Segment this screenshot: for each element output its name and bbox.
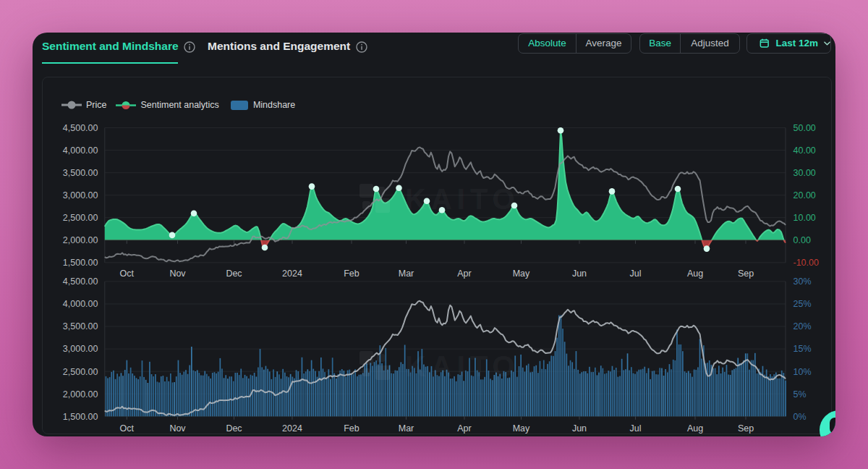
svg-text:10%: 10% bbox=[793, 367, 812, 377]
svg-text:Mar: Mar bbox=[399, 269, 414, 279]
svg-text:3,000.00: 3,000.00 bbox=[63, 344, 98, 354]
svg-text:10.00: 10.00 bbox=[793, 213, 816, 223]
svg-text:May: May bbox=[513, 269, 530, 279]
svg-text:Apr: Apr bbox=[457, 269, 471, 279]
svg-text:2,500.00: 2,500.00 bbox=[63, 367, 98, 377]
svg-text:4,000.00: 4,000.00 bbox=[63, 145, 98, 156]
svg-text:Dec: Dec bbox=[226, 423, 242, 434]
svg-text:Sep: Sep bbox=[738, 423, 754, 434]
svg-text:4,000.00: 4,000.00 bbox=[63, 299, 98, 309]
svg-text:2024: 2024 bbox=[282, 423, 302, 434]
svg-text:Apr: Apr bbox=[457, 423, 471, 434]
svg-text:May: May bbox=[513, 423, 530, 434]
svg-text:2024: 2024 bbox=[282, 269, 302, 279]
svg-text:30.00: 30.00 bbox=[793, 168, 816, 178]
svg-text:0.00: 0.00 bbox=[793, 235, 811, 245]
svg-text:Aug: Aug bbox=[687, 423, 703, 434]
svg-text:20.00: 20.00 bbox=[793, 190, 816, 200]
svg-text:1,500.00: 1,500.00 bbox=[63, 258, 98, 268]
svg-text:40.00: 40.00 bbox=[793, 145, 816, 156]
svg-text:20%: 20% bbox=[793, 321, 812, 331]
svg-text:2,000.00: 2,000.00 bbox=[63, 389, 98, 400]
svg-text:Jun: Jun bbox=[572, 269, 587, 279]
svg-text:Nov: Nov bbox=[169, 269, 186, 279]
svg-text:-10.00: -10.00 bbox=[793, 258, 819, 268]
svg-text:Dec: Dec bbox=[226, 269, 242, 279]
svg-text:KAITO: KAITO bbox=[405, 183, 520, 215]
svg-text:Jun: Jun bbox=[572, 423, 587, 434]
svg-text:2,000.00: 2,000.00 bbox=[63, 235, 98, 245]
svg-text:Nov: Nov bbox=[169, 423, 186, 434]
svg-text:3,000.00: 3,000.00 bbox=[63, 190, 98, 200]
svg-text:Feb: Feb bbox=[344, 269, 359, 279]
svg-text:2,500.00: 2,500.00 bbox=[63, 213, 98, 223]
svg-text:30%: 30% bbox=[793, 276, 812, 287]
svg-text:Sep: Sep bbox=[738, 269, 754, 279]
svg-text:3,500.00: 3,500.00 bbox=[63, 321, 98, 331]
svg-text:Mar: Mar bbox=[399, 423, 414, 434]
svg-text:0%: 0% bbox=[793, 412, 807, 422]
svg-text:Feb: Feb bbox=[344, 423, 359, 434]
svg-text:1,500.00: 1,500.00 bbox=[63, 412, 98, 422]
svg-text:KAITO: KAITO bbox=[405, 350, 520, 382]
svg-text:4,500.00: 4,500.00 bbox=[63, 123, 98, 133]
svg-text:Oct: Oct bbox=[120, 423, 135, 434]
svg-text:Aug: Aug bbox=[687, 269, 703, 279]
svg-text:5%: 5% bbox=[793, 389, 807, 400]
svg-text:25%: 25% bbox=[793, 299, 812, 309]
svg-text:50.00: 50.00 bbox=[793, 123, 816, 133]
svg-text:4,500.00: 4,500.00 bbox=[63, 276, 98, 287]
svg-text:3,500.00: 3,500.00 bbox=[63, 168, 98, 178]
svg-text:Oct: Oct bbox=[120, 269, 135, 279]
svg-text:Jul: Jul bbox=[630, 269, 642, 279]
svg-text:Jul: Jul bbox=[630, 423, 642, 434]
svg-text:15%: 15% bbox=[793, 344, 812, 354]
